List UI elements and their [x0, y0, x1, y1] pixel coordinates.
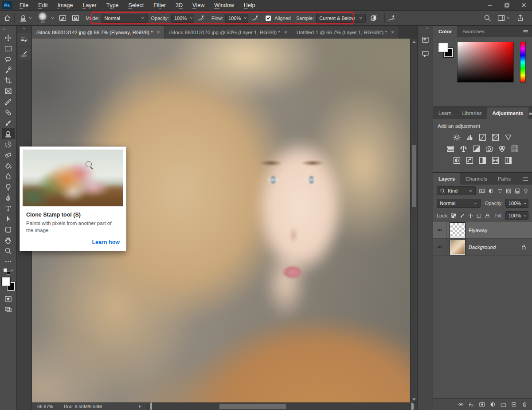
- adjustments-tab-adjustments[interactable]: Adjustments: [487, 107, 529, 119]
- menu-layer[interactable]: Layer: [78, 0, 101, 10]
- move-tool[interactable]: [2, 32, 15, 43]
- brush-preset-picker[interactable]: 70: [34, 12, 56, 24]
- selective-color-adjustment[interactable]: [504, 156, 513, 164]
- smart-object-icon[interactable]: [515, 188, 520, 194]
- saturation-brightness-picker[interactable]: [457, 42, 514, 83]
- pen-tool[interactable]: [2, 192, 15, 203]
- color-balance-adjustment[interactable]: [459, 145, 468, 153]
- levels-adjustment[interactable]: [466, 133, 474, 141]
- paint-bucket-tool[interactable]: [2, 160, 15, 171]
- flow-dropdown[interactable]: 100%: [225, 14, 248, 23]
- menu-image[interactable]: Image: [53, 0, 78, 10]
- adjustments-tab-libraries[interactable]: Libraries: [457, 107, 487, 119]
- hue-slider[interactable]: [520, 42, 526, 83]
- vibrance-adjustment[interactable]: [504, 133, 513, 141]
- layer-name[interactable]: Flyaway: [469, 228, 487, 233]
- collapse-toolbar-icon[interactable]: »: [0, 27, 6, 32]
- workspace-switcher[interactable]: [497, 14, 510, 22]
- filter-kind-dropdown[interactable]: Kind: [437, 186, 476, 195]
- type-layer-icon[interactable]: [497, 188, 503, 194]
- adjustments-tab-learn[interactable]: Learn: [433, 107, 457, 119]
- close-icon[interactable]: ×: [391, 29, 394, 35]
- ignore-adjustment-layers-icon[interactable]: [370, 14, 377, 22]
- photo-filter-adjustment[interactable]: [485, 145, 493, 153]
- blend-mode-dropdown[interactable]: Normal: [437, 199, 481, 208]
- document-tab-3[interactable]: Untitled-1 @ 66.7% (Layer 1, RGB/8#) *×: [292, 26, 399, 39]
- menu-view[interactable]: View: [188, 0, 209, 10]
- type-tool[interactable]: [2, 203, 15, 213]
- opacity-dropdown[interactable]: 100%: [171, 14, 194, 23]
- mode-dropdown[interactable]: Normal: [102, 14, 148, 23]
- tool-preset-picker[interactable]: [18, 14, 34, 22]
- link-layers-icon[interactable]: [458, 402, 464, 407]
- pixel-layer-icon[interactable]: [479, 188, 485, 194]
- screen-mode-button[interactable]: [2, 304, 15, 315]
- scroll-up-icon[interactable]: [411, 39, 418, 45]
- color-picker-marker[interactable]: [458, 43, 462, 46]
- toggle-clone-source-icon[interactable]: [72, 14, 79, 22]
- horizontal-scrollbar-thumb[interactable]: [219, 404, 286, 409]
- filter-toggle-bulb-icon[interactable]: [523, 188, 528, 194]
- brush-tool[interactable]: [2, 118, 15, 128]
- foreground-color-swatch[interactable]: [438, 43, 448, 52]
- color-lookup-adjustment[interactable]: [510, 145, 519, 153]
- pressure-size-icon[interactable]: [388, 14, 395, 22]
- edit-toolbar-tool[interactable]: [2, 256, 15, 267]
- new-layer-icon[interactable]: [511, 402, 517, 407]
- vertical-scrollbar-thumb[interactable]: [412, 145, 416, 207]
- brush-settings-panel-button[interactable]: [18, 47, 31, 60]
- panel-menu-icon[interactable]: [523, 173, 532, 185]
- foreground-color-swatch[interactable]: [2, 277, 10, 286]
- frame-tool[interactable]: [2, 86, 15, 96]
- delete-layer-icon[interactable]: [522, 402, 528, 407]
- restore-button[interactable]: [498, 0, 515, 10]
- expand-dock-icon[interactable]: »: [23, 26, 25, 32]
- panel-menu-icon[interactable]: [528, 107, 532, 119]
- layers-tab-layers[interactable]: Layers: [433, 173, 460, 185]
- home-icon[interactable]: [4, 14, 11, 22]
- lock-artboard-icon[interactable]: [476, 213, 482, 219]
- menu-filter[interactable]: Filter: [149, 0, 171, 10]
- visibility-toggle[interactable]: [433, 222, 446, 238]
- menu-type[interactable]: Type: [102, 0, 124, 10]
- minimize-button[interactable]: [481, 0, 498, 10]
- status-options-icon[interactable]: [135, 405, 146, 408]
- lock-transparent-icon[interactable]: [451, 213, 457, 219]
- toggle-brush-settings-icon[interactable]: [59, 14, 66, 22]
- new-adjustment-icon[interactable]: [490, 402, 496, 407]
- invert-adjustment[interactable]: [453, 156, 462, 164]
- fill-dropdown[interactable]: 100%: [505, 211, 528, 220]
- menu-window[interactable]: Window: [209, 0, 239, 10]
- posterize-adjustment[interactable]: [466, 156, 474, 164]
- scroll-down-icon[interactable]: [411, 396, 418, 402]
- layer-name[interactable]: Background: [469, 244, 496, 250]
- pressure-opacity-icon[interactable]: [197, 14, 205, 22]
- default-swap-colors-icon[interactable]: ⇄: [3, 268, 14, 276]
- search-icon[interactable]: [484, 14, 491, 22]
- document-tab-2[interactable]: iStock-860013170.jpg @ 50% (Layer 1, RGB…: [165, 26, 292, 39]
- clone-stamp-tool[interactable]: [2, 128, 15, 139]
- rectangle-shape-tool[interactable]: [2, 224, 15, 235]
- zoom-level[interactable]: 66.67%: [32, 404, 64, 409]
- curves-adjustment[interactable]: [478, 133, 487, 141]
- layer-row-background[interactable]: Background: [433, 239, 532, 256]
- hand-tool[interactable]: [2, 235, 15, 245]
- eraser-tool[interactable]: [2, 150, 15, 160]
- panel-menu-icon[interactable]: [523, 26, 532, 37]
- layers-tab-channels[interactable]: Channels: [460, 173, 493, 185]
- sample-dropdown[interactable]: Current & Below: [316, 14, 366, 23]
- aligned-checkbox[interactable]: Aligned: [264, 16, 293, 21]
- gradient-map-adjustment[interactable]: [491, 156, 500, 164]
- channel-mixer-adjustment[interactable]: [497, 145, 506, 153]
- eyedropper-tool[interactable]: [2, 96, 15, 107]
- airbrush-icon[interactable]: [251, 14, 259, 22]
- brushes-panel-button[interactable]: [18, 33, 31, 46]
- rectangular-marquee-tool[interactable]: [2, 43, 15, 54]
- menu-help[interactable]: Help: [239, 0, 260, 10]
- path-selection-tool[interactable]: [2, 213, 15, 224]
- threshold-adjustment[interactable]: [478, 156, 487, 164]
- close-icon[interactable]: ×: [157, 29, 160, 35]
- color-tab-color[interactable]: Color: [433, 26, 457, 37]
- adjustment-layer-icon[interactable]: [488, 188, 494, 194]
- color-tab-swatches[interactable]: Swatches: [457, 26, 490, 37]
